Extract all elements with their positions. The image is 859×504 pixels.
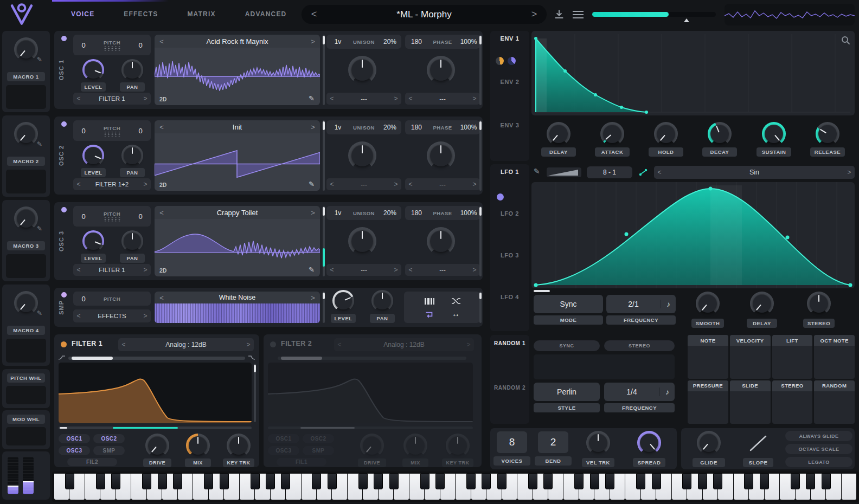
filter-2-input-osc1[interactable]: OSC1 [268,434,299,443]
osc-3-phase-knob[interactable] [427,227,455,255]
legato-toggle[interactable]: LEGATO [785,457,852,467]
osc-1-unison-knob[interactable] [348,56,376,84]
piano-key-black[interactable] [744,474,753,489]
osc-2-unison-knob[interactable] [348,141,376,170]
piano-key-black[interactable] [806,474,815,489]
tab-random-2[interactable]: RANDOM 2 [490,385,529,391]
osc-3-unison-knob[interactable] [348,227,376,255]
smp-sample-display[interactable]: <White Noise> [155,292,320,323]
save-download-icon[interactable] [553,9,565,21]
mod-source-note[interactable]: NOTE [688,335,728,379]
tab-matrix[interactable]: MATRIX [172,10,230,18]
filter-1-link-fil2[interactable]: FIL2 [67,458,117,466]
piano-key-black[interactable] [374,474,383,489]
bend-value-box[interactable]: 2 [538,431,568,453]
smp-route-selector[interactable]: <EFFECTS> [73,309,151,322]
osc-3-stack-slider[interactable] [479,206,482,276]
smp-sample-selector[interactable]: <White Noise> [155,292,320,303]
loop-icon[interactable] [424,310,435,319]
tab-lfo-1[interactable]: LFO 1 [490,169,529,175]
menu-icon[interactable] [573,11,584,18]
mod-source-oct-note[interactable]: OCT NOTE [814,335,855,379]
osc-1-tune[interactable]: 0 [130,41,151,49]
filter-2-mix-knob[interactable] [403,434,427,457]
preset-next-arrow[interactable]: > [522,9,547,20]
osc-3-unison-detune[interactable]: 20% [379,209,401,217]
smp-pitch-box[interactable]: 0 PITCH [73,292,151,306]
shuffle-icon[interactable] [451,297,461,306]
piano-key-black[interactable] [358,474,368,489]
piano-key-black[interactable] [528,474,537,489]
piano-key-black[interactable] [636,474,645,489]
macro-2-drag-area[interactable] [6,170,46,193]
lfo-paint-icon[interactable]: ✎ [534,167,540,176]
mod-source-stereo[interactable]: STEREO [772,380,813,424]
filter-2-blend-slider[interactable] [278,357,466,360]
smp-sample-name[interactable]: White Noise [169,294,306,301]
mod-source-random[interactable]: RANDOM [814,380,855,424]
piano-key-black[interactable] [698,474,707,489]
piano-key-black[interactable] [96,474,105,489]
pitch-wheel-drag-area[interactable] [6,386,46,404]
preset-prev-arrow[interactable]: < [302,9,326,20]
piano-key-black[interactable] [111,474,120,489]
osc-2-pitch-box[interactable]: 0 PITCH 0 [73,120,151,141]
osc-1-unison-dest-selector[interactable]: <---> [326,93,401,105]
piano-key-black[interactable] [574,474,584,489]
filter-1-input-osc2[interactable]: OSC2 [93,434,125,443]
glide-knob[interactable] [697,431,721,455]
env-display[interactable] [531,31,855,115]
random-style-box[interactable]: Perlin [534,383,600,401]
random-stereo-toggle[interactable]: STEREO [604,340,675,351]
osc-1-phase-value[interactable]: 180 [405,38,428,46]
piano-key-black[interactable] [435,474,445,489]
piano-key-black[interactable] [251,474,260,489]
filter-1-blend-slider[interactable] [68,357,245,360]
piano-key-black[interactable] [497,474,507,489]
osc-3-unison-voices[interactable]: 1v [326,209,349,217]
osc-3-pitch-box[interactable]: 0 PITCH 0 [73,206,151,227]
osc-2-wavetable-display[interactable]: <Init> 2D ✎ [155,120,320,191]
piano-key-black[interactable] [204,474,213,489]
preset-name[interactable]: *ML - Morphy [326,9,522,20]
osc-2-phase-value[interactable]: 180 [405,124,428,131]
piano-key-black[interactable] [713,474,722,489]
mod-source-lift[interactable]: LIFT [772,335,813,379]
next-arrow[interactable]: > [306,37,320,46]
osc-1-view-toggle[interactable]: 2D [159,96,166,102]
osc-2-transpose[interactable]: 0 [73,127,94,135]
osc-2-tune[interactable]: 0 [130,127,151,135]
osc-2-level-knob[interactable] [82,145,104,166]
filter-2-response-display[interactable] [268,363,473,423]
pitch-wheel[interactable] [8,457,18,494]
tab-env-3[interactable]: ENV 3 [490,122,529,128]
filter-2-input-smp[interactable]: SMP [303,446,334,455]
osc-1-stack-slider[interactable] [479,35,482,105]
tab-lfo-2[interactable]: LFO 2 [490,210,529,217]
vel-trk-knob[interactable] [586,431,610,455]
osc-1-pan-knob[interactable] [121,59,143,81]
piano-key-black[interactable] [822,474,831,489]
macro-1-knob[interactable] [14,37,38,61]
piano-key-black[interactable] [158,474,167,489]
osc-3-unison-dest-selector[interactable]: <---> [326,264,401,276]
tab-random-1[interactable]: RANDOM 1 [490,340,529,346]
piano-key-black[interactable] [266,474,275,489]
env-delay-knob[interactable] [547,122,570,146]
osc-2-filter-route-selector[interactable]: <FILTER 1+2> [73,178,151,190]
filter-1-response-display[interactable] [59,363,252,423]
tab-voice[interactable]: VOICE [56,10,109,18]
piano-key-black[interactable] [173,474,182,489]
osc-3-wave-name[interactable]: Crappy Toilet [169,209,306,217]
macro-4-drag-area[interactable] [6,339,46,363]
osc-3-wave-edit-icon[interactable]: ✎ [309,266,315,274]
filter-1-input-osc3[interactable]: OSC3 [59,446,90,455]
filter-2-power-dot[interactable] [270,341,276,347]
lfo-stereo-knob[interactable] [807,292,831,315]
osc-1-wave-name[interactable]: Acid Rock ft Maynix [169,37,306,46]
osc-2-phase-knob[interactable] [427,141,455,170]
smp-slider[interactable] [323,292,325,323]
env-decay-knob[interactable] [708,122,732,146]
lfo-delay-knob[interactable] [750,292,774,315]
osc-3-filter-route-selector[interactable]: <FILTER 1> [73,264,151,276]
